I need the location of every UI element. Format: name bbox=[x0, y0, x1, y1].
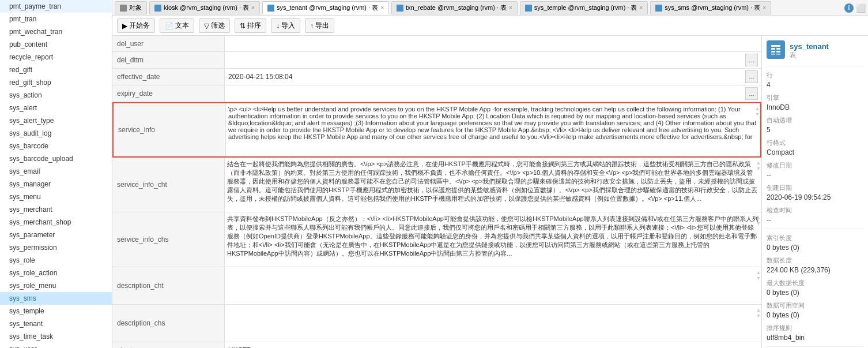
tab-1[interactable]: kiosk @rvm_staging (rvm) · 表× bbox=[149, 1, 260, 14]
tab-3[interactable]: txn_rebate @rvm_staging (rvm) · 表× bbox=[391, 1, 518, 14]
rows-value: 4 bbox=[767, 81, 863, 89]
sidebar-item-red_gift[interactable]: red_gift bbox=[0, 63, 112, 76]
sort-button[interactable]: ⇅ 排序 bbox=[235, 18, 266, 33]
modified-value: -- bbox=[767, 171, 863, 179]
table-icon bbox=[767, 40, 785, 59]
sidebar-item-sys_temple[interactable]: sys_temple bbox=[0, 305, 112, 317]
field-input-expiry_date[interactable] bbox=[228, 89, 745, 98]
field-input-short_name[interactable] bbox=[228, 346, 758, 349]
scroll-indicator: ▲▼ bbox=[757, 270, 760, 281]
field-input-effective_date[interactable] bbox=[228, 73, 745, 81]
sidebar-item-sys_user[interactable]: sys_user bbox=[0, 343, 112, 348]
main-area: 对象kiosk @rvm_staging (rvm) · 表×sys_tenan… bbox=[112, 0, 868, 348]
field-value-del_user[interactable] bbox=[225, 36, 761, 51]
tab-close-5[interactable]: × bbox=[763, 5, 766, 11]
tabs-bar: 对象kiosk @rvm_staging (rvm) · 表×sys_tenan… bbox=[112, 0, 868, 16]
svg-rect-3 bbox=[771, 51, 775, 53]
svg-rect-4 bbox=[776, 51, 780, 53]
sidebar-item-recycle_report[interactable]: recycle_report bbox=[0, 51, 112, 63]
field-value-description_chs[interactable]: ▲▼ bbox=[225, 305, 761, 342]
export-label: 导出 bbox=[315, 21, 329, 31]
sidebar-item-pmt_wechat_tran[interactable]: pmt_wechat_tran bbox=[0, 25, 112, 38]
sidebar-item-pub_content[interactable]: pub_content bbox=[0, 38, 112, 51]
created-label: 创建日期 bbox=[767, 184, 863, 192]
sidebar-item-sys_manager[interactable]: sys_manager bbox=[0, 178, 112, 190]
tab-4[interactable]: sys_temple @rvm_staging (rvm) · 表× bbox=[520, 1, 648, 14]
field-row-service_info_chs: service_info_chs▲▼ bbox=[112, 212, 761, 267]
svg-rect-1 bbox=[771, 48, 775, 50]
filter-button[interactable]: ▽ 筛选 bbox=[199, 18, 230, 33]
field-ellipsis-btn-del_dttm[interactable]: … bbox=[745, 54, 758, 66]
sidebar-item-sys_audit_log[interactable]: sys_audit_log bbox=[0, 127, 112, 140]
tab-close-1[interactable]: × bbox=[251, 5, 255, 11]
sidebar-item-sys_sms[interactable]: sys_sms bbox=[0, 292, 112, 305]
field-label-service_info: service_info bbox=[114, 103, 226, 156]
field-value-del_dttm[interactable]: … bbox=[225, 52, 761, 68]
tab-5[interactable]: sys_sms @rvm_staging (rvm) · 表× bbox=[650, 1, 771, 14]
export-icon: ↑ bbox=[310, 22, 314, 30]
tab-close-2[interactable]: × bbox=[380, 5, 384, 11]
field-label-short_name: short_name bbox=[112, 342, 225, 348]
text-button[interactable]: 📄 文本 bbox=[160, 18, 194, 33]
auto-increment-label: 自动递增 bbox=[767, 116, 863, 125]
sort-icon: ⇅ bbox=[240, 22, 246, 30]
tab-close-3[interactable]: × bbox=[509, 5, 512, 11]
sidebar-item-pmt_payme_tran[interactable]: pmt_payme_tran bbox=[0, 0, 112, 13]
field-label-service_info_chs: service_info_chs bbox=[112, 212, 225, 267]
svg-rect-6 bbox=[776, 54, 780, 55]
tab-close-4[interactable]: × bbox=[639, 5, 643, 11]
data-length-label: 数据长度 bbox=[767, 256, 863, 265]
field-row-expiry_date: expiry_date… bbox=[112, 85, 761, 102]
field-ellipsis-btn-expiry_date[interactable]: … bbox=[745, 87, 758, 100]
tab-2[interactable]: sys_tenant @rvm_staging (rvm) · 表× bbox=[262, 1, 389, 14]
sidebar-item-sys_barcode_upload[interactable]: sys_barcode_upload bbox=[0, 152, 112, 165]
field-textarea-description_chs[interactable] bbox=[226, 306, 760, 338]
sidebar-item-sys_barcode[interactable]: sys_barcode bbox=[0, 140, 112, 152]
field-value-expiry_date[interactable]: … bbox=[225, 85, 761, 102]
sidebar-item-sys_role_action[interactable]: sys_role_action bbox=[0, 267, 112, 279]
free-space-label: 数据可用空间 bbox=[767, 301, 863, 310]
maximize-icon[interactable]: ⬜ bbox=[856, 3, 866, 13]
field-textarea-description_cht[interactable] bbox=[226, 268, 760, 300]
field-ellipsis-btn-effective_date[interactable]: … bbox=[745, 70, 758, 83]
free-space-meta: 数据可用空间 0 bytes (0) bbox=[767, 301, 863, 319]
sidebar-item-sys_merchant_shop[interactable]: sys_merchant_shop bbox=[0, 216, 112, 229]
filter-icon: ▽ bbox=[204, 22, 209, 30]
import-button[interactable]: ↓ 导入 bbox=[271, 18, 300, 33]
sidebar-item-red_gift_shop[interactable]: red_gift_shop bbox=[0, 76, 112, 89]
tab-0[interactable]: 对象 bbox=[115, 1, 147, 14]
field-value-description_cht[interactable]: ▲▼ bbox=[225, 267, 761, 304]
field-row-description_cht: description_cht▲▼ bbox=[112, 267, 761, 305]
sidebar-item-sys_parameter[interactable]: sys_parameter bbox=[0, 229, 112, 241]
field-value-service_info_chs[interactable]: ▲▼ bbox=[225, 212, 761, 267]
field-input-del_user[interactable] bbox=[228, 40, 758, 48]
sidebar-item-sys_alert_type[interactable]: sys_alert_type bbox=[0, 114, 112, 127]
field-value-effective_date[interactable]: … bbox=[225, 69, 761, 85]
sidebar-item-sys_merchant[interactable]: sys_merchant bbox=[0, 203, 112, 216]
grid-icon bbox=[655, 5, 662, 12]
sidebar-item-sys_tenant[interactable]: sys_tenant bbox=[0, 317, 112, 330]
sidebar-item-sys_action[interactable]: sys_action bbox=[0, 89, 112, 102]
sidebar-item-sys_role_menu[interactable]: sys_role_menu bbox=[0, 279, 112, 292]
field-label-expiry_date: expiry_date bbox=[112, 85, 225, 102]
sidebar-item-sys_alert[interactable]: sys_alert bbox=[0, 102, 112, 114]
field-input-del_dttm[interactable] bbox=[228, 56, 745, 64]
info-icon[interactable]: i bbox=[844, 3, 854, 13]
auto-increment-value: 5 bbox=[767, 126, 863, 134]
field-value-service_info_cht[interactable]: ▲▼ bbox=[225, 158, 761, 212]
sidebar-item-sys_permission[interactable]: sys_permission bbox=[0, 241, 112, 254]
sidebar-item-sys_menu[interactable]: sys_menu bbox=[0, 190, 112, 203]
sidebar-item-sys_time_task[interactable]: sys_time_task bbox=[0, 330, 112, 343]
field-textarea-service_info_chs[interactable] bbox=[226, 214, 760, 264]
start-task-button[interactable]: ▶ 开始务 bbox=[117, 18, 155, 33]
field-textarea-service_info_cht[interactable] bbox=[226, 159, 760, 209]
sidebar-item-pmt_tran[interactable]: pmt_tran bbox=[0, 13, 112, 25]
field-row-effective_date: effective_date… bbox=[112, 69, 761, 85]
row-length-meta: 索引长度 0 bytes (0) bbox=[767, 234, 863, 252]
field-textarea-service_info[interactable] bbox=[227, 104, 759, 155]
export-button[interactable]: ↑ 导出 bbox=[305, 18, 334, 33]
field-value-service_info[interactable]: ▲▼ bbox=[226, 103, 760, 156]
sidebar-item-sys_role[interactable]: sys_role bbox=[0, 254, 112, 267]
field-value-short_name[interactable] bbox=[225, 342, 761, 348]
sidebar-item-sys_email[interactable]: sys_email bbox=[0, 165, 112, 178]
